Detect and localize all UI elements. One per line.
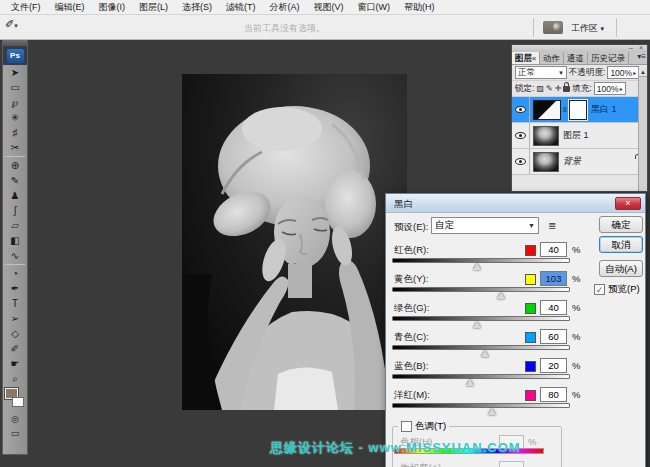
layer-name[interactable]: 背景 (563, 155, 581, 168)
preview-checkbox-row[interactable]: ✓ 预览(P) (594, 283, 640, 296)
layer-mask-thumbnail[interactable] (569, 100, 587, 120)
greens-value-input[interactable]: 40 (540, 300, 567, 315)
menu-help[interactable]: 帮助(H) (397, 0, 442, 15)
blues-value-input[interactable]: 20 (540, 358, 567, 373)
tint-checkbox-row[interactable]: 色调(T) (398, 420, 449, 433)
yellows-slider-marker[interactable] (497, 292, 505, 299)
quick-mask-button[interactable]: ◎ (3, 412, 27, 426)
menu-edit[interactable]: 编辑(E) (48, 0, 92, 15)
layer-name[interactable]: 黑白 1 (591, 103, 617, 116)
crop-tool-icon[interactable]: ♯ (3, 125, 27, 140)
document-canvas[interactable] (182, 74, 407, 410)
quick-select-tool-icon[interactable]: ✳ (3, 110, 27, 125)
greens-slider-marker[interactable] (473, 321, 481, 328)
preview-label: 预览(P) (608, 283, 640, 296)
yellows-color-swatch (525, 274, 536, 285)
menu-file[interactable]: 文件(F) (4, 0, 48, 15)
tab-layers[interactable]: 图层× (512, 52, 540, 64)
yellows-value-input[interactable]: 103 (540, 271, 567, 286)
path-select-tool-icon[interactable]: ➢ (3, 311, 27, 326)
layer-row-layer1[interactable]: 图层 1 (512, 123, 640, 149)
healing-brush-tool-icon[interactable]: ⊕ (3, 158, 27, 173)
bridge-icon[interactable] (543, 21, 563, 34)
layer-row-blackwhite[interactable]: 8 黑白 1 (512, 97, 640, 123)
layers-scrollbar[interactable]: ▲ (638, 68, 647, 191)
blues-slider-marker[interactable] (466, 379, 474, 386)
yellows-slider-track[interactable] (392, 287, 570, 292)
screen-mode-button[interactable]: ▭ (3, 426, 27, 440)
layer-thumbnail[interactable] (533, 126, 559, 146)
zoom-tool-icon[interactable]: ⌕ (3, 371, 27, 386)
cyans-slider-marker[interactable] (481, 350, 489, 357)
layer-row-background[interactable]: 背景 (512, 149, 640, 175)
visibility-cell[interactable] (512, 149, 530, 174)
auto-button[interactable]: 自动(A) (599, 260, 643, 277)
scroll-up-arrow-icon[interactable]: ▲ (639, 68, 647, 77)
blues-slider-track[interactable] (392, 374, 570, 379)
current-tool-icon[interactable]: ✐▾ (5, 18, 33, 36)
type-tool-icon[interactable]: T (3, 296, 27, 311)
pen-tool-icon[interactable]: ✒ (3, 281, 27, 296)
menu-image[interactable]: 图像(I) (92, 0, 133, 15)
tint-label: 色调(T) (415, 420, 446, 433)
layers-panel: – × 图层×动作通道历史记录▾≡ 正常▼ 不透明度: 100%▸ 锁定: ▨ … (511, 44, 648, 192)
blend-mode-select[interactable]: 正常▼ (515, 66, 567, 79)
eraser-tool-icon[interactable]: ▱ (3, 218, 27, 233)
workspace-button[interactable]: 工作区 ▾ (571, 22, 604, 35)
tab-channels[interactable]: 通道 (564, 52, 588, 64)
visibility-cell[interactable] (512, 97, 530, 122)
lock-all-icon[interactable] (563, 86, 570, 92)
fill-value[interactable]: 100%▸ (594, 82, 626, 95)
magentas-value-input[interactable]: 80 (540, 387, 567, 402)
eyedropper-tool-icon[interactable]: ✐ (3, 341, 27, 356)
tint-checkbox[interactable] (401, 421, 412, 432)
cancel-button[interactable]: 取消 (599, 236, 643, 253)
magentas-slider-track[interactable] (392, 403, 570, 408)
history-brush-tool-icon[interactable]: ʃ (3, 203, 27, 218)
shape-tool-icon[interactable]: ◇ (3, 326, 27, 341)
ok-button[interactable]: 确定 (599, 216, 643, 233)
dialog-titlebar[interactable]: 黑白 × (386, 194, 645, 213)
visibility-cell[interactable] (512, 123, 530, 148)
menu-window[interactable]: 窗口(W) (351, 0, 398, 15)
close-icon[interactable]: × (615, 197, 641, 210)
menu-select[interactable]: 选择(S) (175, 0, 219, 15)
adjustment-thumbnail[interactable] (533, 100, 561, 120)
tab-close-icon[interactable]: × (532, 55, 536, 62)
magentas-slider-marker[interactable] (488, 408, 496, 415)
move-tool-icon[interactable]: ➤ (3, 65, 27, 80)
opacity-value[interactable]: 100%▸ (607, 66, 639, 79)
marquee-tool-icon[interactable]: ▭ (3, 80, 27, 95)
menu-view[interactable]: 视图(V) (307, 0, 351, 15)
tab-label: 通道 (567, 53, 584, 63)
layer-thumbnail[interactable] (533, 152, 559, 172)
menu-layer[interactable]: 图层(L) (132, 0, 175, 15)
lock-transparency-icon[interactable]: ▨ (536, 84, 544, 93)
reds-label: 红色(R): (394, 244, 429, 257)
layer-name[interactable]: 图层 1 (563, 129, 589, 142)
gradient-tool-icon[interactable]: ◧ (3, 233, 27, 248)
tab-actions[interactable]: 动作 (540, 52, 564, 64)
menu-analysis[interactable]: 分析(A) (263, 0, 307, 15)
panel-window-buttons[interactable]: – × (629, 44, 645, 51)
reds-value-input[interactable]: 40 (540, 242, 567, 257)
hand-tool-icon[interactable]: ☛ (3, 356, 27, 371)
preset-menu-icon[interactable]: ≣ (548, 220, 556, 231)
panel-menu-icon[interactable]: ▾≡ (637, 52, 646, 61)
cyans-value-input[interactable]: 60 (540, 329, 567, 344)
clone-stamp-tool-icon[interactable]: ♟ (3, 188, 27, 203)
brush-tool-icon[interactable]: ✎ (3, 173, 27, 188)
preset-select[interactable]: 自定▼ (431, 217, 539, 234)
lasso-tool-icon[interactable]: ℘ (3, 95, 27, 110)
slice-tool-icon[interactable]: ✂ (3, 140, 27, 155)
mask-link-icon[interactable]: 8 (563, 106, 567, 113)
menu-filter[interactable]: 滤镜(T) (219, 0, 263, 15)
lock-position-icon[interactable]: ✛ (555, 84, 562, 93)
tab-history[interactable]: 历史记录 (588, 52, 629, 64)
reds-slider-marker[interactable] (473, 263, 481, 270)
background-color-swatch[interactable] (12, 397, 24, 407)
dodge-tool-icon[interactable]: ◔ (3, 266, 27, 281)
lock-pixels-icon[interactable]: ✎ (546, 84, 553, 93)
checkbox-checked-icon[interactable]: ✓ (594, 284, 605, 295)
smudge-tool-icon[interactable]: ∿ (3, 248, 27, 263)
